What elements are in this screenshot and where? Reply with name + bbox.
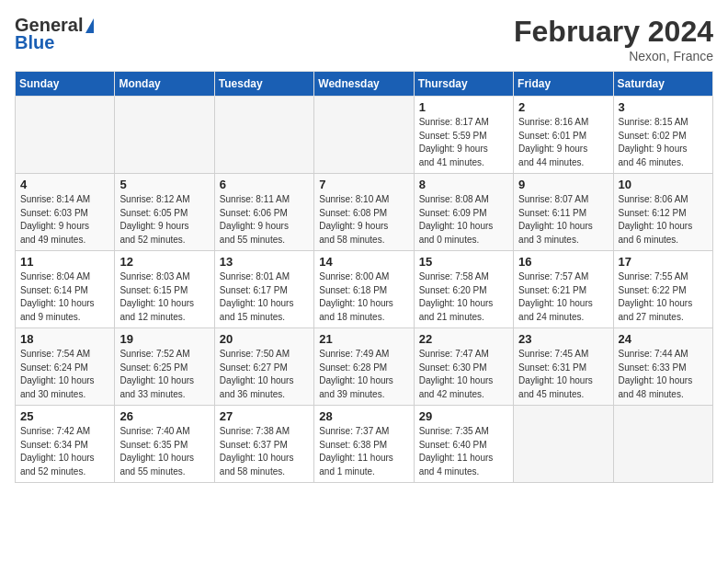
table-row: 27Sunrise: 7:38 AM Sunset: 6:37 PM Dayli…	[214, 406, 313, 483]
calendar-week-row: 25Sunrise: 7:42 AM Sunset: 6:34 PM Dayli…	[16, 406, 713, 483]
day-number: 23	[518, 332, 608, 346]
day-info: Sunrise: 8:06 AM Sunset: 6:12 PM Dayligh…	[619, 193, 708, 247]
day-info: Sunrise: 8:16 AM Sunset: 6:01 PM Dayligh…	[518, 116, 608, 169]
calendar-header-row: Sunday Monday Tuesday Wednesday Thursday…	[16, 72, 713, 97]
day-info: Sunrise: 7:35 AM Sunset: 6:40 PM Dayligh…	[419, 425, 508, 478]
col-monday: Monday	[115, 72, 214, 97]
day-number: 8	[419, 178, 508, 191]
day-number: 13	[220, 255, 309, 269]
day-number: 11	[20, 255, 109, 269]
table-row: 19Sunrise: 7:52 AM Sunset: 6:25 PM Dayli…	[115, 328, 214, 406]
day-info: Sunrise: 8:07 AM Sunset: 6:11 PM Dayligh…	[518, 193, 608, 247]
day-info: Sunrise: 7:40 AM Sunset: 6:35 PM Dayligh…	[119, 425, 209, 478]
table-row	[514, 406, 613, 483]
calendar-body: 1Sunrise: 8:17 AM Sunset: 5:59 PM Daylig…	[16, 97, 713, 483]
calendar-week-row: 1Sunrise: 8:17 AM Sunset: 5:59 PM Daylig…	[16, 97, 713, 174]
table-row: 18Sunrise: 7:54 AM Sunset: 6:24 PM Dayli…	[16, 328, 115, 406]
day-info: Sunrise: 7:37 AM Sunset: 6:38 PM Dayligh…	[319, 425, 408, 478]
logo: General Blue	[15, 15, 95, 53]
day-number: 1	[419, 100, 508, 114]
logo-triangle-icon	[85, 18, 94, 33]
table-row: 14Sunrise: 8:00 AM Sunset: 6:18 PM Dayli…	[314, 251, 414, 328]
location-label: Nexon, France	[514, 49, 713, 63]
table-row: 3Sunrise: 8:15 AM Sunset: 6:02 PM Daylig…	[613, 97, 712, 174]
col-friday: Friday	[514, 72, 613, 97]
day-info: Sunrise: 7:45 AM Sunset: 6:31 PM Dayligh…	[518, 348, 608, 401]
calendar-table: Sunday Monday Tuesday Wednesday Thursday…	[15, 71, 713, 483]
day-number: 5	[119, 178, 209, 191]
table-row: 4Sunrise: 8:14 AM Sunset: 6:03 PM Daylig…	[16, 174, 115, 251]
table-row: 8Sunrise: 8:08 AM Sunset: 6:09 PM Daylig…	[414, 174, 513, 251]
col-sunday: Sunday	[16, 72, 115, 97]
table-row: 26Sunrise: 7:40 AM Sunset: 6:35 PM Dayli…	[115, 406, 214, 483]
table-row: 24Sunrise: 7:44 AM Sunset: 6:33 PM Dayli…	[613, 328, 712, 406]
table-row	[214, 97, 313, 174]
logo-content: General Blue	[15, 15, 95, 53]
page-header: General Blue February 2024 Nexon, France	[15, 15, 713, 63]
table-row: 28Sunrise: 7:37 AM Sunset: 6:38 PM Dayli…	[314, 406, 414, 483]
table-row: 13Sunrise: 8:01 AM Sunset: 6:17 PM Dayli…	[214, 251, 313, 328]
table-row: 1Sunrise: 8:17 AM Sunset: 5:59 PM Daylig…	[414, 97, 513, 174]
day-info: Sunrise: 8:17 AM Sunset: 5:59 PM Dayligh…	[419, 116, 508, 169]
day-number: 16	[518, 255, 608, 269]
table-row: 25Sunrise: 7:42 AM Sunset: 6:34 PM Dayli…	[16, 406, 115, 483]
day-number: 26	[119, 409, 209, 423]
table-row: 21Sunrise: 7:49 AM Sunset: 6:28 PM Dayli…	[314, 328, 414, 406]
table-row: 10Sunrise: 8:06 AM Sunset: 6:12 PM Dayli…	[613, 174, 712, 251]
table-row: 9Sunrise: 8:07 AM Sunset: 6:11 PM Daylig…	[514, 174, 613, 251]
table-row: 22Sunrise: 7:47 AM Sunset: 6:30 PM Dayli…	[414, 328, 513, 406]
table-row: 5Sunrise: 8:12 AM Sunset: 6:05 PM Daylig…	[115, 174, 214, 251]
day-number: 12	[119, 255, 209, 269]
table-row: 16Sunrise: 7:57 AM Sunset: 6:21 PM Dayli…	[514, 251, 613, 328]
month-title: February 2024	[514, 15, 713, 49]
day-info: Sunrise: 8:12 AM Sunset: 6:05 PM Dayligh…	[119, 193, 209, 247]
day-info: Sunrise: 7:58 AM Sunset: 6:20 PM Dayligh…	[419, 270, 508, 324]
day-number: 29	[419, 409, 508, 423]
table-row	[16, 97, 115, 174]
table-row: 15Sunrise: 7:58 AM Sunset: 6:20 PM Dayli…	[414, 251, 513, 328]
day-info: Sunrise: 7:57 AM Sunset: 6:21 PM Dayligh…	[518, 270, 608, 324]
table-row	[613, 406, 712, 483]
calendar-week-row: 4Sunrise: 8:14 AM Sunset: 6:03 PM Daylig…	[16, 174, 713, 251]
table-row: 29Sunrise: 7:35 AM Sunset: 6:40 PM Dayli…	[414, 406, 513, 483]
day-info: Sunrise: 7:54 AM Sunset: 6:24 PM Dayligh…	[20, 348, 109, 401]
table-row	[314, 97, 414, 174]
day-info: Sunrise: 7:52 AM Sunset: 6:25 PM Dayligh…	[119, 348, 209, 401]
table-row: 11Sunrise: 8:04 AM Sunset: 6:14 PM Dayli…	[16, 251, 115, 328]
day-number: 18	[20, 332, 109, 346]
day-number: 6	[220, 178, 309, 191]
table-row	[115, 97, 214, 174]
day-number: 27	[220, 409, 309, 423]
table-row: 20Sunrise: 7:50 AM Sunset: 6:27 PM Dayli…	[214, 328, 313, 406]
day-number: 25	[20, 409, 109, 423]
day-info: Sunrise: 8:04 AM Sunset: 6:14 PM Dayligh…	[20, 270, 109, 324]
table-row: 2Sunrise: 8:16 AM Sunset: 6:01 PM Daylig…	[514, 97, 613, 174]
table-row: 23Sunrise: 7:45 AM Sunset: 6:31 PM Dayli…	[514, 328, 613, 406]
day-number: 3	[619, 100, 708, 114]
title-area: February 2024 Nexon, France	[514, 15, 713, 63]
table-row: 6Sunrise: 8:11 AM Sunset: 6:06 PM Daylig…	[214, 174, 313, 251]
day-info: Sunrise: 7:42 AM Sunset: 6:34 PM Dayligh…	[20, 425, 109, 478]
day-number: 28	[319, 409, 408, 423]
day-info: Sunrise: 8:11 AM Sunset: 6:06 PM Dayligh…	[220, 193, 309, 247]
table-row: 17Sunrise: 7:55 AM Sunset: 6:22 PM Dayli…	[613, 251, 712, 328]
day-info: Sunrise: 8:01 AM Sunset: 6:17 PM Dayligh…	[220, 270, 309, 324]
day-info: Sunrise: 7:50 AM Sunset: 6:27 PM Dayligh…	[220, 348, 309, 401]
col-tuesday: Tuesday	[214, 72, 313, 97]
day-number: 7	[319, 178, 408, 191]
day-info: Sunrise: 8:03 AM Sunset: 6:15 PM Dayligh…	[119, 270, 209, 324]
col-saturday: Saturday	[613, 72, 712, 97]
day-number: 15	[419, 255, 508, 269]
day-number: 10	[619, 178, 708, 191]
day-number: 4	[20, 178, 109, 191]
day-info: Sunrise: 8:14 AM Sunset: 6:03 PM Dayligh…	[20, 193, 109, 247]
day-number: 21	[319, 332, 408, 346]
day-number: 19	[119, 332, 209, 346]
day-info: Sunrise: 8:15 AM Sunset: 6:02 PM Dayligh…	[619, 116, 708, 169]
day-number: 22	[419, 332, 508, 346]
day-info: Sunrise: 7:47 AM Sunset: 6:30 PM Dayligh…	[419, 348, 508, 401]
calendar-week-row: 11Sunrise: 8:04 AM Sunset: 6:14 PM Dayli…	[16, 251, 713, 328]
day-info: Sunrise: 7:49 AM Sunset: 6:28 PM Dayligh…	[319, 348, 408, 401]
col-thursday: Thursday	[414, 72, 513, 97]
day-info: Sunrise: 8:08 AM Sunset: 6:09 PM Dayligh…	[419, 193, 508, 247]
